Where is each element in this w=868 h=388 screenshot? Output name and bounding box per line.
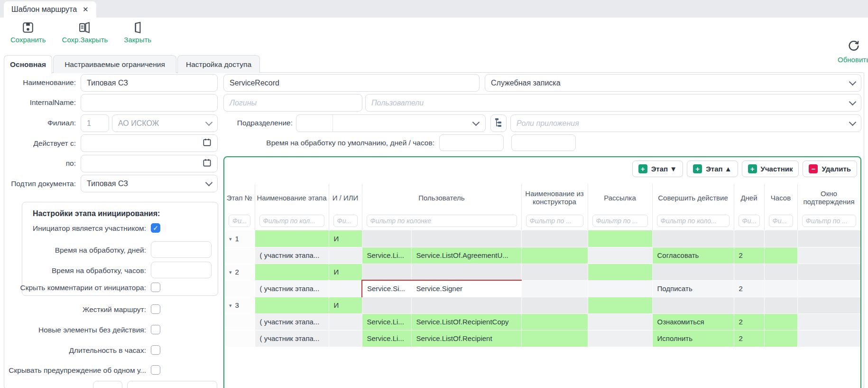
- tab-custom-restrictions[interactable]: Настраиваемые ограничения: [53, 55, 176, 73]
- table-cell[interactable]: [362, 230, 411, 247]
- duration-in-hours-checkbox[interactable]: [151, 345, 160, 355]
- table-cell[interactable]: [411, 297, 521, 313]
- table-cell[interactable]: [588, 280, 652, 297]
- table-cell[interactable]: [224, 330, 255, 347]
- document-tab[interactable]: Шаблон маршрута ✕: [4, 1, 96, 18]
- add-stage-after-button[interactable]: + Этап ▼: [632, 161, 683, 177]
- valid-from-date-input[interactable]: [81, 134, 218, 152]
- table-cell[interactable]: Service.ListOf.Recipient: [411, 330, 521, 347]
- collapse-arrow-icon[interactable]: [229, 303, 232, 309]
- table-cell[interactable]: Исполнить: [652, 330, 734, 347]
- refresh-button[interactable]: Обновить: [838, 39, 868, 64]
- table-cell[interactable]: Service.Si...: [362, 280, 411, 297]
- processing-days-input[interactable]: [151, 241, 212, 258]
- table-cell[interactable]: [521, 230, 588, 247]
- table-cell[interactable]: [521, 313, 588, 330]
- table-cell[interactable]: [764, 313, 797, 330]
- table-cell[interactable]: [521, 297, 588, 313]
- table-cell[interactable]: 2: [734, 313, 764, 330]
- table-cell[interactable]: [329, 247, 362, 264]
- calendar-icon[interactable]: [203, 158, 212, 169]
- save-close-button[interactable]: Сохр.Закрыть: [62, 18, 108, 44]
- table-cell[interactable]: [255, 297, 329, 313]
- branch-code-input[interactable]: 1: [81, 114, 109, 132]
- valid-to-date-input[interactable]: [81, 155, 218, 172]
- strict-route-checkbox[interactable]: [151, 304, 160, 314]
- column-header[interactable]: Пользователь: [362, 184, 521, 211]
- table-cell[interactable]: Service.Signer: [411, 280, 521, 297]
- table-cell[interactable]: 2: [734, 330, 764, 347]
- column-filter-input[interactable]: [229, 215, 250, 227]
- column-filter-input[interactable]: [333, 215, 358, 227]
- table-cell[interactable]: [734, 264, 764, 280]
- department-tree-button[interactable]: [490, 114, 507, 132]
- table-cell[interactable]: [588, 313, 652, 330]
- collapse-arrow-icon[interactable]: [229, 236, 232, 242]
- table-cell[interactable]: 3: [224, 297, 255, 313]
- table-cell[interactable]: ( участник этапа...: [255, 330, 329, 347]
- table-cell[interactable]: И: [329, 297, 362, 313]
- table-cell[interactable]: [224, 247, 255, 264]
- table-cell[interactable]: 2: [734, 247, 764, 264]
- column-header[interactable]: И / ИЛИ: [329, 184, 362, 211]
- initiator-participant-checkbox[interactable]: ✓: [151, 223, 160, 233]
- table-cell[interactable]: [764, 230, 797, 247]
- internal-name-input[interactable]: [81, 94, 218, 112]
- hide-comments-checkbox[interactable]: [151, 283, 160, 292]
- table-cell[interactable]: ( участник этапа...: [255, 313, 329, 330]
- default-days-input[interactable]: [439, 134, 504, 151]
- table-cell[interactable]: [329, 313, 362, 330]
- add-stage-before-button[interactable]: + Этап ▲: [687, 161, 738, 177]
- table-cell[interactable]: Согласовать: [652, 247, 734, 264]
- tab-access-settings[interactable]: Настройка доступа: [177, 55, 260, 73]
- table-cell[interactable]: Service.Li...: [362, 330, 411, 347]
- table-cell[interactable]: Service.ListOf.RecipientCopy: [411, 313, 521, 330]
- column-header[interactable]: Часов: [764, 184, 797, 211]
- table-cell[interactable]: [652, 264, 734, 280]
- table-cell[interactable]: [734, 297, 764, 313]
- table-cell[interactable]: И: [329, 230, 362, 247]
- logins-input[interactable]: Логины: [223, 94, 362, 112]
- table-cell[interactable]: [588, 330, 652, 347]
- calendar-icon[interactable]: [203, 138, 212, 149]
- table-cell[interactable]: [224, 280, 255, 297]
- table-cell[interactable]: [797, 230, 860, 247]
- table-cell[interactable]: Service.Li...: [362, 247, 411, 264]
- table-cell[interactable]: ( участник этапа...: [255, 280, 329, 297]
- table-cell[interactable]: [411, 264, 521, 280]
- column-filter-input[interactable]: [657, 215, 729, 227]
- table-cell[interactable]: [362, 297, 411, 313]
- table-cell[interactable]: [521, 330, 588, 347]
- table-cell[interactable]: [255, 230, 329, 247]
- save-button[interactable]: Сохранить: [10, 18, 46, 44]
- table-cell[interactable]: ( участник этапа...: [255, 247, 329, 264]
- table-cell[interactable]: [764, 280, 797, 297]
- system-name-input[interactable]: ServiceRecord: [223, 74, 480, 92]
- table-cell[interactable]: [797, 330, 860, 347]
- name-input[interactable]: Типовая СЗ: [81, 74, 218, 92]
- column-filter-input[interactable]: [592, 215, 648, 227]
- subtype-select[interactable]: Типовая СЗ: [81, 175, 218, 192]
- table-cell[interactable]: [588, 230, 652, 247]
- table-cell[interactable]: [764, 247, 797, 264]
- new-elements-no-action-checkbox[interactable]: [151, 325, 160, 334]
- column-header[interactable]: Совершить действие: [652, 184, 734, 211]
- close-tab-icon[interactable]: ✕: [83, 5, 89, 14]
- column-header[interactable]: Наименование из конструктора: [521, 184, 588, 211]
- hide-warning-checkbox[interactable]: [151, 365, 160, 375]
- table-cell[interactable]: [797, 280, 860, 297]
- table-cell[interactable]: [797, 297, 860, 313]
- doc-type-select[interactable]: Служебная записка: [485, 74, 861, 92]
- table-cell[interactable]: Service.ListOf.AgreementU...: [411, 247, 521, 264]
- table-cell[interactable]: [588, 264, 652, 280]
- column-header[interactable]: Дней: [734, 184, 764, 211]
- partial-bottom-select[interactable]: [127, 381, 217, 388]
- column-header[interactable]: Наименование этапа: [255, 184, 329, 211]
- table-cell[interactable]: [411, 230, 521, 247]
- table-cell[interactable]: Ознакомиться: [652, 313, 734, 330]
- column-filter-input[interactable]: [769, 215, 793, 227]
- delete-button[interactable]: − Удалить: [803, 161, 857, 177]
- table-cell[interactable]: Подписать: [652, 280, 734, 297]
- column-header[interactable]: Этап №: [224, 184, 255, 211]
- app-roles-select[interactable]: Роли приложения: [510, 114, 861, 132]
